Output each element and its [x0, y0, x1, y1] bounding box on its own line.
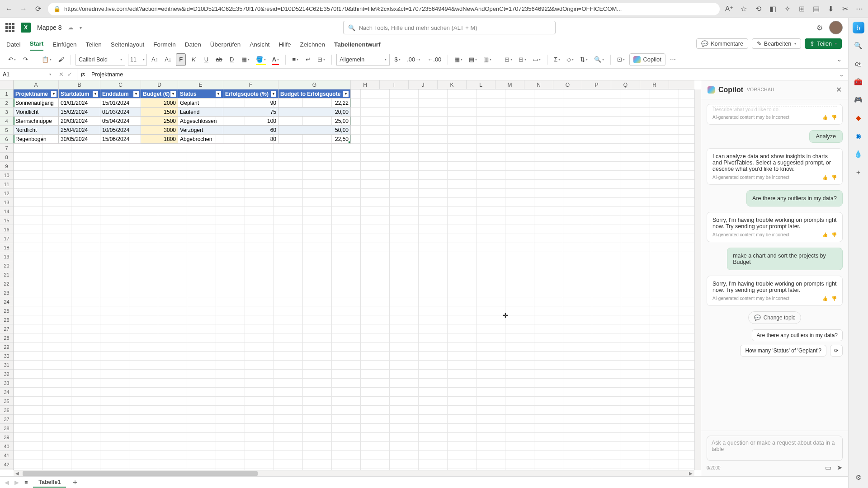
- thumbs-down-icon[interactable]: 👎: [831, 175, 837, 180]
- send-icon[interactable]: ➤: [837, 464, 843, 472]
- table-cell[interactable]: 20/03/2024: [59, 117, 100, 126]
- sidebar-office-icon[interactable]: ◆: [853, 112, 864, 124]
- font-size-select[interactable]: 11▾: [128, 54, 147, 66]
- insert-cells-button[interactable]: ⊞▾: [503, 53, 514, 66]
- table-cell[interactable]: Sonnenaufgang: [14, 99, 59, 108]
- table-cell[interactable]: Sternschnuppe: [14, 117, 59, 126]
- row-header[interactable]: 41: [0, 451, 13, 460]
- tab-datei[interactable]: Datei: [6, 41, 21, 51]
- table-cell[interactable]: 80: [223, 135, 278, 144]
- row-header[interactable]: 27: [0, 324, 13, 333]
- enter-formula-icon[interactable]: ✓: [67, 71, 72, 78]
- column-header[interactable]: N: [524, 80, 553, 89]
- increase-decimal-button[interactable]: .00→: [405, 53, 423, 66]
- tab-ueberpruefen[interactable]: Überprüfen: [210, 41, 241, 51]
- more-commands-button[interactable]: ⋯: [668, 53, 678, 66]
- title-dropdown-icon[interactable]: ▾: [80, 25, 82, 30]
- table-cell[interactable]: 1800: [141, 135, 178, 144]
- table-cell[interactable]: 25,00: [278, 117, 351, 126]
- currency-button[interactable]: $▾: [392, 53, 402, 66]
- tab-seitenlayout[interactable]: Seitenlayout: [111, 41, 144, 51]
- table-cell[interactable]: 30/05/2024: [59, 135, 100, 144]
- row-header[interactable]: 33: [0, 379, 13, 388]
- extensions-icon[interactable]: ⊞: [797, 5, 806, 13]
- table-cell[interactable]: Abgebrochen: [178, 135, 223, 144]
- screenshot-icon[interactable]: ✂: [841, 5, 849, 13]
- row-header[interactable]: 25: [0, 306, 13, 315]
- row-header[interactable]: 20: [0, 261, 13, 270]
- row-header[interactable]: 10: [0, 171, 13, 180]
- favorite-icon[interactable]: ☆: [740, 5, 748, 13]
- row-header[interactable]: 6: [0, 135, 13, 144]
- row-header[interactable]: 5: [0, 126, 13, 135]
- editing-mode-button[interactable]: ✎Bearbeiten▾: [752, 38, 801, 49]
- table-header-cell[interactable]: Enddatum▾: [100, 89, 141, 99]
- sidebar-games-icon[interactable]: 🎮: [853, 94, 864, 106]
- tab-zeichnen[interactable]: Zeichnen: [300, 41, 326, 51]
- horizontal-scrollbar[interactable]: ◀ ▶: [14, 470, 694, 476]
- row-header[interactable]: 1: [0, 89, 13, 99]
- tab-einfuegen[interactable]: Einfügen: [52, 41, 76, 51]
- analyze-chip[interactable]: Analyze: [809, 130, 843, 143]
- add-sheet-button[interactable]: ＋: [71, 478, 79, 487]
- column-header[interactable]: F: [223, 80, 278, 89]
- undo-button[interactable]: ↶▾: [6, 53, 18, 66]
- font-color-button[interactable]: A▾: [270, 53, 281, 66]
- table-cell[interactable]: 05/04/2024: [100, 117, 141, 126]
- table-header-cell[interactable]: Erfolgsquote (%)▾: [223, 89, 278, 99]
- format-cells-button[interactable]: ▭▾: [531, 53, 542, 66]
- autosum-button[interactable]: Σ▾: [552, 53, 562, 66]
- tab-start[interactable]: Start: [30, 40, 44, 51]
- address-bar[interactable]: 🔒 https://onedrive.live.com/edit?action=…: [48, 3, 720, 15]
- table-header-cell[interactable]: Status▾: [178, 89, 223, 99]
- row-header[interactable]: 36: [0, 406, 13, 415]
- decrease-decimal-button[interactable]: ←.00: [425, 53, 443, 66]
- cancel-formula-icon[interactable]: ✕: [59, 71, 64, 78]
- thumbs-down-icon[interactable]: 👎: [831, 296, 837, 301]
- sheet-nav-next-icon[interactable]: ▶: [14, 479, 19, 486]
- share-button[interactable]: ⇪Teilen▾: [805, 38, 842, 49]
- formula-input[interactable]: Projektname: [89, 69, 835, 80]
- row-header[interactable]: 4: [0, 117, 13, 126]
- suggestion-chip[interactable]: How many 'Status' of 'Geplant'?: [740, 345, 826, 357]
- underline-button[interactable]: U: [201, 53, 211, 66]
- row-header[interactable]: 18: [0, 243, 13, 252]
- row-header[interactable]: 26: [0, 315, 13, 324]
- row-header[interactable]: 2: [0, 99, 13, 108]
- table-cell[interactable]: Mondlicht: [14, 108, 59, 117]
- refresh-button[interactable]: ⟳: [33, 5, 42, 14]
- column-header[interactable]: K: [438, 80, 467, 89]
- tab-teilen[interactable]: Teilen: [86, 41, 102, 51]
- cell-styles-button[interactable]: ▥▾: [481, 53, 493, 66]
- table-header-cell[interactable]: Projektname▾: [14, 89, 59, 99]
- bing-chat-icon[interactable]: b: [853, 22, 864, 33]
- table-cell[interactable]: 75: [223, 108, 278, 117]
- clear-button[interactable]: ◇▾: [565, 53, 576, 66]
- copilot-toolbar-button[interactable]: Copilot: [629, 53, 665, 66]
- row-header[interactable]: 35: [0, 397, 13, 406]
- row-header[interactable]: 19: [0, 252, 13, 261]
- table-cell[interactable]: 60: [223, 126, 278, 135]
- tab-formeln[interactable]: Formeln: [153, 41, 176, 51]
- table-cell[interactable]: 15/01/2024: [100, 99, 141, 108]
- row-header[interactable]: 3: [0, 108, 13, 117]
- table-cell[interactable]: 20,00: [278, 108, 351, 117]
- row-header[interactable]: 17: [0, 234, 13, 243]
- row-header[interactable]: 24: [0, 297, 13, 306]
- row-header[interactable]: 12: [0, 189, 13, 198]
- copilot-input[interactable]: Ask a question or make a request about d…: [707, 436, 843, 461]
- row-header[interactable]: 42: [0, 460, 13, 469]
- strikethrough-button[interactable]: ab: [214, 53, 224, 66]
- sidebar-add-icon[interactable]: ＋: [853, 166, 864, 178]
- row-header[interactable]: 28: [0, 333, 13, 343]
- more-icon[interactable]: ⋯: [855, 5, 863, 13]
- table-cell[interactable]: 01/01/2024: [59, 99, 100, 108]
- column-header[interactable]: R: [640, 80, 669, 89]
- thumbs-up-icon[interactable]: 👍: [822, 175, 828, 180]
- font-select[interactable]: Calibri Bold▾: [75, 54, 125, 66]
- table-cell[interactable]: 2000: [141, 99, 178, 108]
- delete-cells-button[interactable]: ⊟▾: [517, 53, 528, 66]
- spreadsheet-grid[interactable]: ABCDEFGHIJKLMNOPQR 123456789101112131415…: [0, 80, 701, 476]
- sheet-nav-prev-icon[interactable]: ◀: [5, 479, 9, 486]
- all-sheets-icon[interactable]: ≡: [24, 479, 28, 486]
